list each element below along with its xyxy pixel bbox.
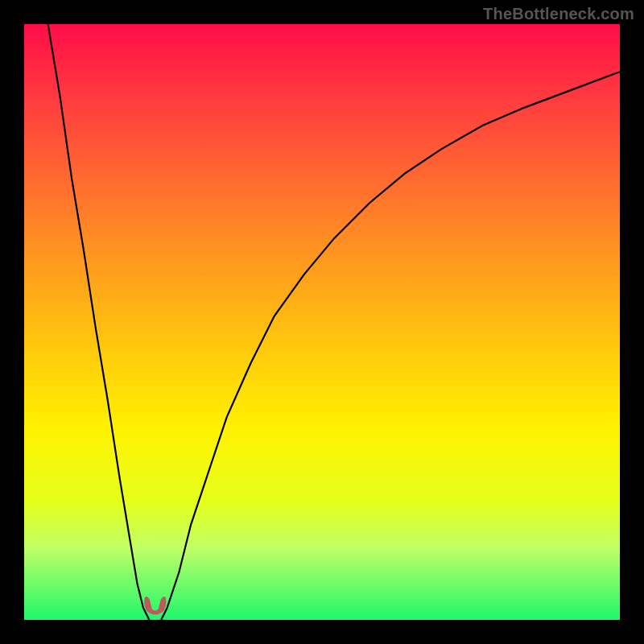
watermark-text: TheBottleneck.com (483, 5, 634, 23)
chart-svg (24, 24, 620, 620)
chart-frame: TheBottleneck.com (0, 0, 644, 644)
plot-area (24, 24, 620, 620)
curve-left-branch (48, 24, 150, 620)
minimum-marker (144, 597, 166, 615)
curve-right-branch (161, 72, 620, 620)
